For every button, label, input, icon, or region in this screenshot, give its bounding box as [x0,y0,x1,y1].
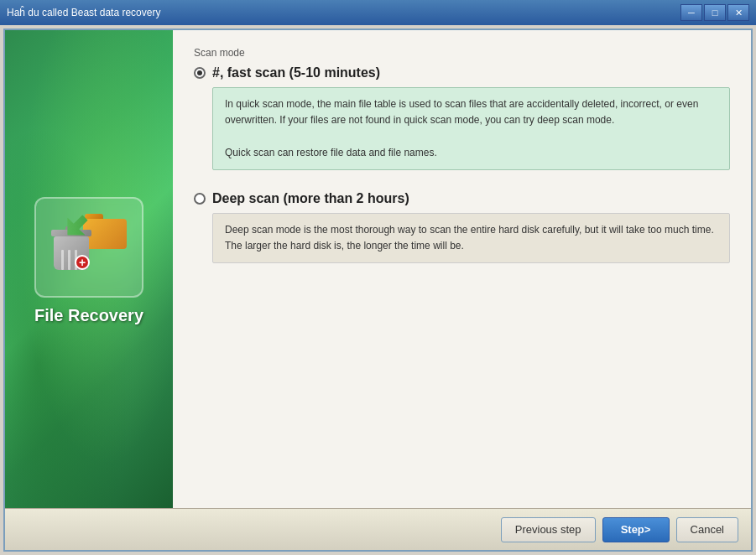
content-area: + File Recovery Scan mode #, fa [5,30,751,508]
deep-scan-option: Deep scan (more than 2 hours) Deep scan … [194,191,730,263]
deep-scan-title-row: Deep scan (more than 2 hours) [194,191,730,206]
fast-scan-radio[interactable] [194,67,206,79]
bottom-bar: Previous step Step> Cancel [5,508,751,550]
deep-scan-desc-text: Deep scan mode is the most thorough way … [225,224,714,252]
fast-scan-desc-text: In quick scan mode, the main file table … [225,98,698,126]
minimize-button[interactable]: ─ [680,4,702,21]
window-title: Haĥ du called Beast data recovery [7,7,160,18]
app-icon: + [51,214,127,281]
maximize-button[interactable]: □ [704,4,726,21]
right-content: Scan mode #, fast scan (5-10 minutes) In… [173,30,751,508]
cancel-button[interactable]: Cancel [676,517,738,542]
fast-scan-title-row: #, fast scan (5-10 minutes) [194,65,730,80]
app-icon-box: + [34,197,143,298]
window-controls: ─ □ ✕ [680,4,749,21]
fast-scan-title: #, fast scan (5-10 minutes) [212,65,380,80]
scan-mode-label: Scan mode [194,47,730,59]
sidebar-label: File Recovery [34,306,143,325]
close-button[interactable]: ✕ [727,4,749,21]
deep-scan-description: Deep scan mode is the most thorough way … [212,213,730,263]
title-bar: Haĥ du called Beast data recovery ─ □ ✕ [0,0,756,25]
deep-scan-radio[interactable] [194,193,206,205]
sidebar: + File Recovery [5,30,173,508]
sidebar-icon-container: + File Recovery [34,197,143,325]
fast-scan-option: #, fast scan (5-10 minutes) In quick sca… [194,65,730,170]
deep-scan-title: Deep scan (more than 2 hours) [212,191,409,206]
fast-scan-description: In quick scan mode, the main file table … [212,87,730,170]
next-step-button[interactable]: Step> [602,517,670,542]
previous-step-button[interactable]: Previous step [501,517,596,542]
red-cross-icon: + [75,255,90,270]
main-window: + File Recovery Scan mode #, fa [3,29,753,552]
fast-scan-highlight: Quick scan can restore file data and fil… [225,147,437,158]
